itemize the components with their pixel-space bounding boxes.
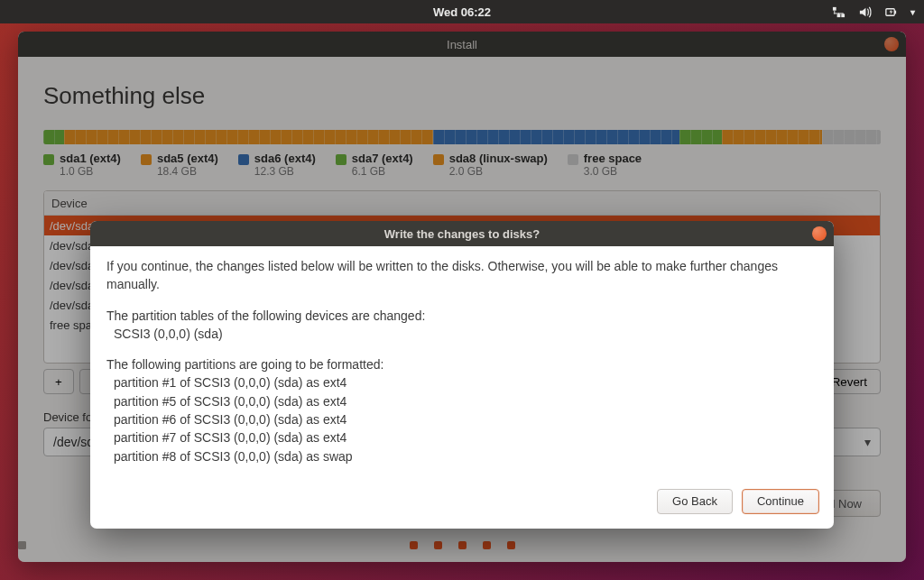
svg-rect-0 <box>833 6 836 10</box>
format-item: partition #5 of SCSI3 (0,0,0) (sda) as e… <box>114 392 818 410</box>
close-icon[interactable] <box>812 226 827 241</box>
network-icon[interactable] <box>832 5 845 19</box>
dialog-buttons: Go Back Continue <box>90 482 834 529</box>
write-changes-dialog: Write the changes to disks? If you conti… <box>90 221 834 529</box>
dialog-titlebar: Write the changes to disks? <box>90 221 834 246</box>
installer-window: Install Something else sda1 (ext4)1.0 GB… <box>18 32 906 562</box>
format-item: partition #1 of SCSI3 (0,0,0) (sda) as e… <box>114 373 818 391</box>
format-item: partition #6 of SCSI3 (0,0,0) (sda) as e… <box>114 410 818 428</box>
dialog-title: Write the changes to disks? <box>384 227 540 241</box>
format-item: partition #7 of SCSI3 (0,0,0) (sda) as e… <box>114 428 818 447</box>
format-heading: The following partitions are going to be… <box>106 355 818 373</box>
continue-button[interactable]: Continue <box>742 489 819 514</box>
svg-rect-6 <box>843 13 844 14</box>
tables-item: SCSI3 (0,0,0) (sda) <box>106 325 818 343</box>
volume-icon[interactable] <box>858 5 872 19</box>
svg-rect-8 <box>894 10 896 14</box>
svg-rect-5 <box>838 13 839 14</box>
go-back-button[interactable]: Go Back <box>657 489 733 514</box>
dialog-intro: If you continue, the changes listed belo… <box>106 257 818 294</box>
power-icon[interactable] <box>884 5 898 19</box>
tables-heading: The partition tables of the following de… <box>106 307 818 325</box>
format-item: partition #8 of SCSI3 (0,0,0) (sda) as s… <box>114 447 818 465</box>
clock: Wed 06:22 <box>433 5 491 19</box>
system-top-bar: Wed 06:22 ▾ <box>0 0 924 23</box>
system-tray: ▾ <box>832 0 915 23</box>
session-menu-icon[interactable]: ▾ <box>910 7 915 17</box>
dialog-body: If you continue, the changes listed belo… <box>90 246 834 482</box>
